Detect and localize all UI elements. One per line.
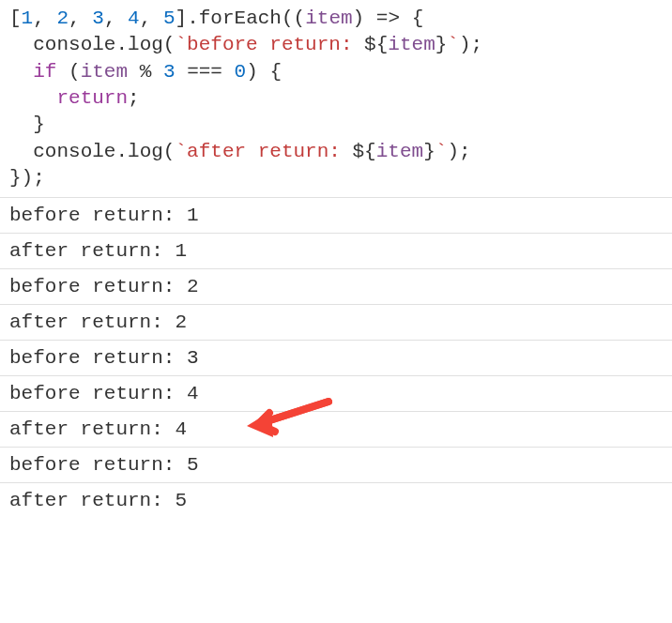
paren-open: ( [282,8,294,29]
interp-open: ${ [353,141,376,162]
console-output-line: after return: 5 [0,482,672,518]
arrow-fn: => [376,8,400,29]
console-obj: console [33,141,115,162]
brace-open: { [269,61,282,83]
modulo-left: item [81,61,128,83]
paren-open: ( [163,34,176,55]
interp-var: item [388,34,435,55]
interp-close: } [423,141,435,162]
zero-literal: 0 [235,61,247,83]
array-num-1: 2 [56,8,69,29]
log-method: log [128,34,163,55]
array-num-0: 1 [22,8,34,29]
console-output-line: after return: 2 [0,304,672,340]
interp-close: } [435,34,448,55]
console-output-line: before return: 1 [0,197,672,233]
comma: , [33,8,56,29]
array-num-3: 4 [128,8,140,29]
interp-open: ${ [364,34,388,55]
comma: , [69,8,92,29]
dot: . [115,34,128,55]
paren-close: ) [353,8,365,29]
comma: , [104,8,128,29]
console-output-line: before return: 2 [0,268,672,304]
before-string: before return: [187,34,364,55]
return-keyword: return [56,87,128,109]
array-num-2: 3 [92,8,104,29]
semicolon: ; [33,167,45,189]
paren-open: ( [69,61,81,83]
paren-close: ) [447,141,459,162]
paren-close: ) [22,167,34,189]
console-output-line: before return: 4 [0,375,672,411]
brace-close: } [9,167,22,189]
modulo-op: % [140,61,152,83]
paren-close: ) [246,61,258,83]
semicolon: ; [128,87,140,109]
console-output-line: after return: 1 [0,233,672,268]
equals-op: === [187,61,222,83]
console-output-line: before return: 3 [0,340,672,375]
log-method: log [128,141,163,162]
template-backtick: ` [435,141,448,162]
interp-var: item [376,141,423,162]
after-string: after return: [187,141,352,162]
param-item: item [305,8,352,29]
dot: . [187,8,199,29]
semicolon: ; [471,34,483,55]
sq-bracket-open: [ [9,8,22,29]
array-num-4: 5 [163,8,176,29]
brace-close: } [33,114,45,135]
template-backtick: ` [175,141,187,162]
console-output-line: before return: 5 [0,447,672,482]
comma: , [140,8,163,29]
console-obj: console [33,34,115,55]
code-block: [1, 2, 3, 4, 5].forEach((item) => { cons… [0,0,672,197]
modulo-right: 3 [163,61,176,83]
foreach-method: forEach [199,8,282,29]
dot: . [115,141,128,162]
paren-open: ( [163,141,176,162]
paren-open: ( [294,8,306,29]
template-backtick: ` [175,34,187,55]
template-backtick: ` [447,34,459,55]
brace-open: { [412,8,424,29]
semicolon: ; [459,141,471,162]
if-keyword: if [33,61,56,83]
paren-close: ) [459,34,471,55]
sq-bracket-close: ] [176,8,188,29]
console-output-line: after return: 4 [0,411,672,447]
